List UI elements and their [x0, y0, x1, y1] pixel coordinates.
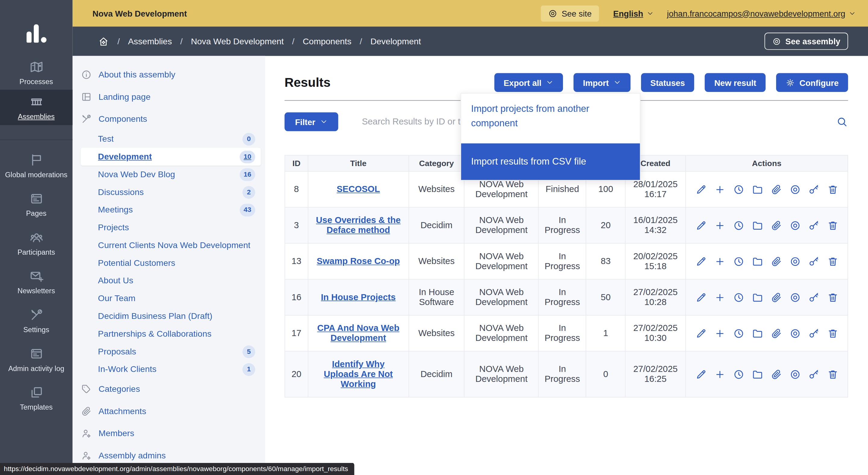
see-site-button[interactable]: See site [541, 5, 599, 21]
result-title-link[interactable]: Swamp Rose Co-op [317, 256, 400, 265]
assembly-menu-item[interactable]: Potential Customers [81, 254, 261, 272]
sidebar-item[interactable]: Settings [0, 301, 73, 340]
folder-button[interactable] [751, 291, 763, 303]
permissions-button[interactable] [808, 291, 820, 303]
breadcrumb-item[interactable]: Nova Web Development [191, 36, 284, 46]
permissions-button[interactable] [808, 184, 820, 195]
folder-button[interactable] [751, 256, 763, 267]
preview-button[interactable] [789, 368, 801, 380]
assembly-menu-item[interactable]: Proposals 5 [81, 343, 261, 360]
result-title-link[interactable]: CPA And Nova Web Development [317, 323, 399, 343]
add-button[interactable] [714, 219, 725, 231]
edit-button[interactable] [695, 368, 707, 380]
import-menu-item[interactable]: Import projects from another component [461, 93, 640, 143]
add-button[interactable] [714, 256, 725, 267]
permissions-button[interactable] [808, 256, 820, 267]
breadcrumb-item[interactable]: Assemblies [128, 36, 172, 46]
assembly-menu-item[interactable]: Current Clients Nova Web Development [81, 236, 261, 254]
sidebar-item[interactable]: Admin activity log [0, 340, 73, 379]
preview-button[interactable] [789, 184, 801, 195]
see-assembly-button[interactable]: See assembly [764, 33, 848, 50]
assembly-menu-item[interactable]: In-Work Clients 1 [81, 360, 261, 378]
history-button[interactable] [733, 368, 744, 380]
edit-button[interactable] [695, 219, 707, 231]
assembly-menu-item[interactable]: Partnerships & Collaborations [81, 325, 261, 343]
assembly-menu-item[interactable]: Attachments [81, 400, 261, 422]
user-menu[interactable]: johan.francocampos@novawebdevelopment.or… [667, 8, 856, 18]
permissions-button[interactable] [808, 219, 820, 231]
preview-button[interactable] [789, 291, 801, 303]
add-button[interactable] [714, 368, 725, 380]
assembly-menu-item[interactable]: About Us [81, 272, 261, 290]
delete-button[interactable] [827, 368, 838, 380]
sidebar-item[interactable]: Processes [0, 56, 73, 90]
delete-button[interactable] [827, 291, 838, 303]
new-result-button[interactable]: New result [705, 73, 766, 92]
assembly-menu-item[interactable]: Projects [81, 219, 261, 236]
export-all-button[interactable]: Export all [494, 73, 563, 92]
assembly-menu-item[interactable]: Our Team [81, 290, 261, 308]
home-icon[interactable] [98, 36, 109, 47]
sidebar-item[interactable]: Newsletters [0, 262, 73, 302]
assembly-menu-item[interactable]: Nova Web Dev Blog 16 [81, 165, 261, 183]
attachments-button[interactable] [770, 327, 782, 339]
history-button[interactable] [733, 291, 744, 303]
assembly-menu-item[interactable]: Categories [81, 378, 261, 400]
assembly-menu-item[interactable]: Landing page [81, 86, 261, 108]
folder-button[interactable] [751, 327, 763, 339]
delete-button[interactable] [827, 327, 838, 339]
preview-button[interactable] [789, 327, 801, 339]
attachments-button[interactable] [770, 256, 782, 267]
history-button[interactable] [733, 219, 744, 231]
preview-button[interactable] [789, 219, 801, 231]
sidebar-item[interactable]: Participants [0, 224, 73, 262]
history-button[interactable] [733, 184, 744, 195]
delete-button[interactable] [827, 256, 838, 267]
result-title-link[interactable]: SECOSOL [337, 185, 380, 194]
assembly-menu-item[interactable]: Development 10 [81, 148, 261, 165]
import-menu-item[interactable]: Import results from CSV file [461, 143, 640, 180]
add-button[interactable] [714, 327, 725, 339]
filter-button[interactable]: Filter [284, 113, 338, 131]
permissions-button[interactable] [808, 368, 820, 380]
folder-button[interactable] [751, 184, 763, 195]
assembly-menu-item[interactable]: Meetings 43 [81, 201, 261, 219]
folder-button[interactable] [751, 368, 763, 380]
folder-button[interactable] [751, 219, 763, 231]
result-title-link[interactable]: Use Overrides & the Deface method [316, 215, 401, 234]
sidebar-item[interactable]: Global moderations [0, 139, 73, 185]
preview-button[interactable] [789, 256, 801, 267]
history-button[interactable] [733, 256, 744, 267]
sidebar-item[interactable]: Assemblies [0, 90, 73, 125]
edit-button[interactable] [695, 256, 707, 267]
statuses-button[interactable]: Statuses [641, 73, 694, 92]
assembly-menu-item[interactable]: Decidim Business Plan (Draft) [81, 307, 261, 325]
sidebar-item[interactable]: Pages [0, 185, 73, 224]
result-title-link[interactable]: In House Projects [321, 292, 396, 302]
attachments-button[interactable] [770, 291, 782, 303]
decidim-logo[interactable] [0, 0, 73, 56]
assembly-menu-item[interactable]: About this assembly [81, 64, 261, 86]
assembly-menu-item[interactable]: Discussions 2 [81, 183, 261, 201]
edit-button[interactable] [695, 184, 707, 195]
delete-button[interactable] [827, 219, 838, 231]
assembly-menu-item[interactable]: Test 0 [81, 130, 261, 148]
search-icon[interactable] [836, 116, 848, 128]
attachments-button[interactable] [770, 184, 782, 195]
result-title-link[interactable]: Identify Why Uploads Are Not Working [324, 359, 393, 388]
import-button[interactable]: Import [574, 73, 630, 92]
language-dropdown[interactable]: English [613, 8, 654, 18]
history-button[interactable] [733, 327, 744, 339]
delete-button[interactable] [827, 184, 838, 195]
attachments-button[interactable] [770, 368, 782, 380]
edit-button[interactable] [695, 327, 707, 339]
attachments-button[interactable] [770, 219, 782, 231]
breadcrumb-item[interactable]: Components [303, 36, 351, 46]
breadcrumb-item[interactable]: Development [370, 36, 421, 46]
configure-button[interactable]: Configure [776, 73, 848, 92]
add-button[interactable] [714, 291, 725, 303]
add-button[interactable] [714, 184, 725, 195]
sidebar-item[interactable]: Templates [0, 379, 73, 417]
assembly-menu-item[interactable]: Components [81, 108, 261, 130]
edit-button[interactable] [695, 291, 707, 303]
